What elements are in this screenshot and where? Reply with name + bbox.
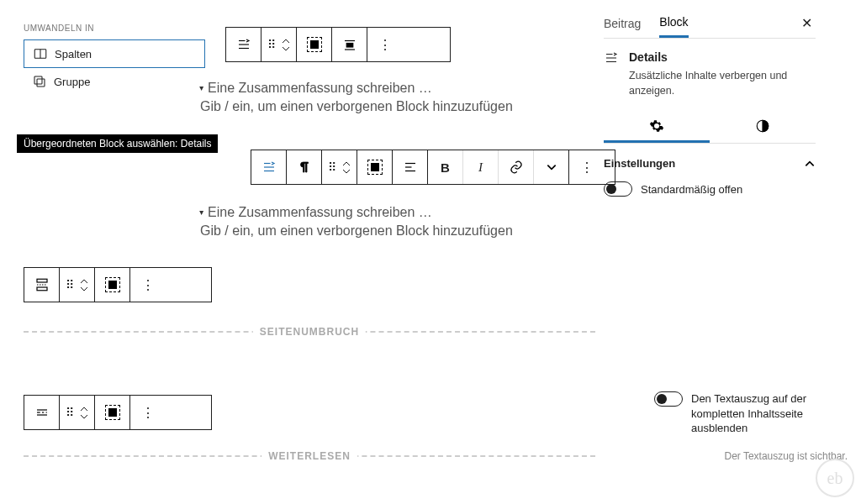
transform-menu: Spalten <box>24 39 205 68</box>
block-type-button[interactable] <box>24 268 60 302</box>
more-options-button[interactable] <box>130 268 166 302</box>
block-toolbar-pagebreak <box>24 267 212 302</box>
open-by-default-label: Standardmäßig offen <box>641 183 742 196</box>
select-all-button[interactable] <box>357 150 393 184</box>
drag-handle[interactable] <box>60 396 95 429</box>
summary-placeholder[interactable]: Eine Zusammenfassung schreiben … <box>200 81 562 96</box>
move-up-down[interactable] <box>281 38 291 52</box>
drag-handle[interactable] <box>60 268 95 302</box>
gear-icon <box>649 118 664 134</box>
drag-icon <box>66 406 74 419</box>
italic-button[interactable]: I <box>463 150 499 184</box>
bold-icon: B <box>441 160 450 175</box>
hide-excerpt-label: Den Textauszug auf der kompletten Inhalt… <box>691 391 848 436</box>
transform-item-spalten[interactable]: Spalten <box>24 40 204 67</box>
page-break-label: SEITENUMBRUCH <box>253 326 366 338</box>
italic-icon: I <box>478 160 483 175</box>
drag-handle[interactable] <box>322 150 357 184</box>
parent-select-button[interactable] <box>251 150 287 184</box>
select-icon <box>105 277 120 292</box>
transform-item-label: Gruppe <box>54 76 90 88</box>
columns-icon <box>33 46 48 61</box>
parent-block-tooltip: Übergeordneten Block auswählen: Details <box>17 134 218 153</box>
kebab-icon <box>378 37 392 53</box>
watermark: eb <box>816 459 854 497</box>
open-by-default-row: Standardmäßig offen <box>604 175 816 203</box>
move-up-down[interactable] <box>79 406 89 420</box>
select-all-button[interactable] <box>95 268 130 302</box>
subtab-styles[interactable] <box>710 112 816 143</box>
block-type-button[interactable] <box>24 396 60 429</box>
block-toolbar-paragraph: B I <box>251 150 615 185</box>
drag-icon <box>66 278 74 291</box>
drag-icon <box>328 160 336 174</box>
text-align-button[interactable] <box>393 150 428 184</box>
sidebar-subtabs <box>604 112 816 144</box>
select-all-button[interactable] <box>95 396 130 429</box>
svg-rect-8 <box>346 44 353 48</box>
move-up-down[interactable] <box>341 160 351 175</box>
block-toolbar-details <box>225 27 451 62</box>
select-icon <box>307 37 322 52</box>
kebab-icon <box>141 405 155 421</box>
svg-rect-2 <box>34 76 42 84</box>
slash-hint[interactable]: Gib / ein, um einen verborgenen Block hi… <box>200 223 562 239</box>
details-block-2: Eine Zusammenfassung schreiben … Gib / e… <box>200 205 562 239</box>
sidebar-tabs: Beitrag Block ✕ <box>604 8 816 39</box>
styles-icon <box>755 118 770 134</box>
block-type-paragraph-button[interactable] <box>287 150 322 184</box>
select-icon <box>105 405 120 420</box>
link-button[interactable] <box>499 150 534 184</box>
tab-block[interactable]: Block <box>659 8 688 38</box>
select-icon <box>367 160 383 175</box>
read-more-label: WEITERLESEN <box>261 450 357 462</box>
block-toolbar-more <box>24 395 212 430</box>
drag-handle[interactable] <box>261 28 297 61</box>
svg-rect-18 <box>37 287 47 291</box>
hide-excerpt-row: Den Textauszug auf der kompletten Inhalt… <box>654 391 848 436</box>
drag-icon <box>267 38 276 51</box>
open-by-default-toggle[interactable] <box>604 181 632 197</box>
subtab-settings[interactable] <box>604 112 710 143</box>
read-more-separator[interactable]: WEITERLESEN <box>24 455 595 457</box>
slash-hint[interactable]: Gib / ein, um einen verborgenen Block hi… <box>200 99 562 114</box>
more-options-button[interactable] <box>130 396 166 429</box>
more-options-button[interactable] <box>367 28 403 61</box>
move-up-down[interactable] <box>79 278 89 292</box>
kebab-icon <box>141 277 155 293</box>
details-block-1: Eine Zusammenfassung schreiben … Gib / e… <box>200 81 562 114</box>
close-sidebar-button[interactable]: ✕ <box>801 15 816 31</box>
details-block-icon <box>604 50 619 66</box>
more-format-button[interactable] <box>534 150 569 184</box>
summary-placeholder[interactable]: Eine Zusammenfassung schreiben … <box>200 205 562 220</box>
svg-rect-16 <box>37 279 47 282</box>
transform-item-gruppe[interactable]: Gruppe <box>24 68 205 95</box>
block-name: Details <box>629 50 668 64</box>
block-description: Zusätzliche Inhalte verbergen und anzeig… <box>629 69 816 98</box>
chevron-up-icon <box>804 158 816 170</box>
group-icon <box>32 74 47 89</box>
block-info: Details <box>604 50 816 66</box>
bold-button[interactable]: B <box>428 150 463 184</box>
page-break-separator[interactable]: SEITENUMBRUCH <box>24 331 595 333</box>
block-type-button[interactable] <box>226 28 261 61</box>
transform-item-label: Spalten <box>55 48 92 60</box>
select-all-button[interactable] <box>297 28 332 61</box>
align-button[interactable] <box>332 28 367 61</box>
svg-rect-3 <box>37 79 45 87</box>
tab-post[interactable]: Beitrag <box>604 10 641 37</box>
hide-excerpt-toggle[interactable] <box>654 391 683 407</box>
settings-section-header[interactable]: Einstellungen <box>604 152 816 175</box>
